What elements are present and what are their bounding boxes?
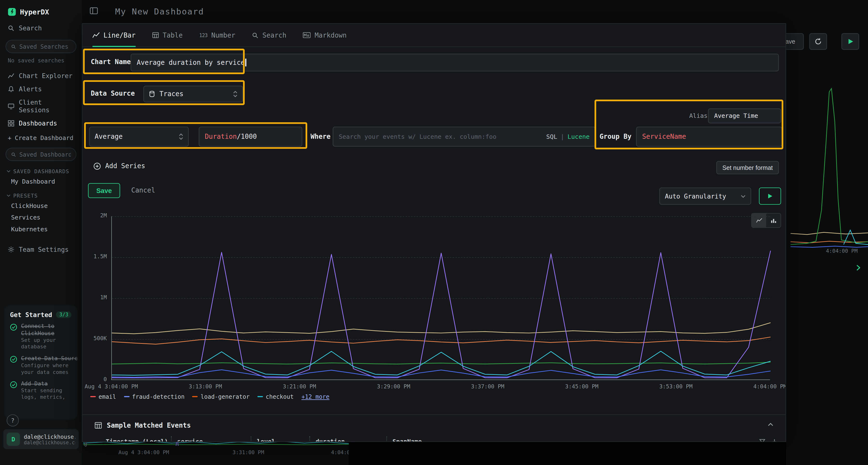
live-play-button[interactable] bbox=[841, 33, 859, 50]
refresh-button[interactable] bbox=[809, 33, 827, 50]
tab-line-bar[interactable]: Line/Bar bbox=[92, 24, 135, 46]
cancel-button[interactable]: Cancel bbox=[131, 187, 155, 194]
section-presets[interactable]: PRESETS bbox=[0, 188, 82, 200]
background-chart-sliver bbox=[83, 442, 360, 446]
hyperdx-app: HyperDX Search Saved Searches No saved s… bbox=[0, 0, 868, 465]
sidebar-item-label: Client Sessions bbox=[19, 99, 74, 114]
background-chart-fragment bbox=[790, 83, 868, 249]
data-source-select[interactable]: Traces bbox=[144, 86, 243, 102]
preset-item-clickhouse[interactable]: ClickHouse bbox=[0, 200, 82, 212]
column-header-service[interactable]: service bbox=[172, 438, 251, 442]
section-saved-dashboards[interactable]: SAVED DASHBOARDS bbox=[0, 163, 82, 176]
y-axis-tick: 2M bbox=[83, 212, 107, 219]
legend-label: email bbox=[99, 393, 116, 400]
sidebar-item-dashboards[interactable]: Dashboards bbox=[0, 117, 82, 130]
chart-series-svg bbox=[112, 217, 771, 380]
get-started-step-data-source[interactable]: Create Data Source Configure where your … bbox=[10, 355, 72, 375]
granularity-select[interactable]: Auto Granularity bbox=[659, 188, 751, 204]
lucene-toggle[interactable]: Lucene bbox=[567, 133, 590, 140]
field-expression-input[interactable]: Duration /1000 bbox=[199, 127, 302, 147]
aggregation-select[interactable]: Average bbox=[89, 127, 189, 147]
sidebar-item-alerts[interactable]: Alerts bbox=[0, 82, 82, 96]
chart-plot-area bbox=[111, 217, 770, 380]
group-by-input[interactable]: ServiceName bbox=[636, 127, 782, 147]
sidebar-item-label: Search bbox=[19, 24, 42, 32]
check-circle-icon bbox=[10, 381, 17, 401]
add-series-label: Add Series bbox=[105, 162, 145, 170]
column-header-level[interactable]: level bbox=[251, 438, 309, 442]
get-started-step-add-data[interactable]: Add Data Start sending logs, metrics, or… bbox=[10, 380, 72, 400]
collapse-chevron-up-icon[interactable] bbox=[768, 423, 773, 427]
alias-input[interactable]: Average Time bbox=[708, 108, 781, 123]
tab-markdown[interactable]: Markdown bbox=[303, 24, 347, 46]
saved-searches-placeholder: Saved Searches bbox=[19, 43, 68, 50]
background-axis-label: Aug 4 3:04:00 PM bbox=[118, 449, 169, 455]
page-title: My New Dashboard bbox=[115, 7, 204, 16]
sql-toggle[interactable]: SQL bbox=[546, 133, 557, 140]
text-cursor bbox=[245, 59, 246, 66]
legend-item-load-generator[interactable]: load-generator bbox=[192, 393, 250, 400]
set-number-format-button[interactable]: Set number format bbox=[716, 161, 779, 174]
chart-explorer-icon bbox=[8, 72, 14, 79]
step-title: Connect to ClickHouse bbox=[21, 323, 72, 337]
saved-searches-input[interactable]: Saved Searches bbox=[5, 40, 76, 53]
avatar: D bbox=[7, 432, 20, 446]
run-query-button[interactable] bbox=[759, 188, 781, 204]
no-saved-searches-text: No saved searches bbox=[0, 56, 82, 69]
section-label: PRESETS bbox=[13, 193, 38, 199]
number-123-icon: 123 bbox=[199, 32, 207, 38]
legend-item-fraud-detection[interactable]: fraud-detection bbox=[124, 393, 184, 400]
chart-legend: emailfraud-detectionload-generatorchecko… bbox=[90, 393, 329, 400]
tab-table[interactable]: Table bbox=[152, 24, 183, 46]
legend-item-email[interactable]: email bbox=[90, 393, 116, 400]
column-header-duration[interactable]: duration bbox=[310, 438, 386, 442]
x-axis-tick: 3:45:00 PM bbox=[565, 383, 598, 389]
add-series-button[interactable]: Add Series bbox=[94, 162, 145, 170]
y-axis: 0500K1M1.5M2M bbox=[83, 217, 108, 380]
x-axis-tick: 3:21:00 PM bbox=[283, 383, 316, 389]
chart-editor-dialog: Line/Bar Table 123 Number Search Markdow… bbox=[82, 23, 786, 442]
where-search-input[interactable]: Search your events w/ Lucene ex. column:… bbox=[333, 127, 596, 147]
sample-matched-events-header[interactable]: Sample Matched Events bbox=[83, 414, 785, 435]
legend-item-checkout[interactable]: checkout bbox=[257, 393, 294, 400]
tab-number[interactable]: 123 Number bbox=[199, 24, 235, 46]
refresh-icon bbox=[814, 38, 822, 45]
tab-search[interactable]: Search bbox=[252, 24, 286, 46]
legend-more-link[interactable]: +12 more bbox=[301, 393, 329, 400]
preset-item-kubernetes[interactable]: Kubernetes bbox=[0, 224, 82, 235]
saved-dashboard-item[interactable]: My Dashboard bbox=[0, 176, 82, 188]
user-menu[interactable]: D dale@clickhouse.c dale@clickhouse.com'… bbox=[3, 429, 79, 449]
where-placeholder: Search your events w/ Lucene ex. column:… bbox=[339, 133, 496, 140]
sidebar-collapse-icon[interactable] bbox=[90, 7, 98, 14]
get-started-card: Get Started 3/3 Connect to ClickHouse Se… bbox=[4, 305, 78, 419]
user-email: dale@clickhouse.c bbox=[24, 433, 75, 439]
table-icon bbox=[152, 32, 159, 38]
brand[interactable]: HyperDX bbox=[0, 0, 82, 22]
series-line-email bbox=[112, 337, 771, 344]
column-header-timestamp[interactable]: Timestamp (Local) bbox=[90, 438, 171, 442]
background-series-line bbox=[790, 246, 868, 247]
step-desc: Start sending logs, metrics, or traces bbox=[21, 387, 72, 400]
scroll-right-icon[interactable] bbox=[856, 264, 861, 271]
download-icon[interactable] bbox=[771, 438, 778, 442]
chart-name-input[interactable]: Average duration by service bbox=[131, 54, 779, 71]
chart-name-value: Average duration by service bbox=[137, 59, 245, 66]
create-dashboard-button[interactable]: + Create Dashboard bbox=[0, 130, 82, 143]
sidebar-item-client-sessions[interactable]: Client Sessions bbox=[0, 96, 82, 117]
filter-icon[interactable] bbox=[759, 438, 766, 442]
tab-label: Number bbox=[211, 31, 235, 39]
sidebar-item-chart-explorer[interactable]: Chart Explorer bbox=[0, 69, 82, 82]
background-series-line bbox=[83, 444, 360, 445]
sidebar-item-search[interactable]: Search bbox=[0, 22, 82, 35]
column-header-spanname[interactable]: SpanName bbox=[387, 438, 475, 442]
sidebar-item-team-settings[interactable]: Team Settings bbox=[0, 243, 82, 256]
get-started-step-connect[interactable]: Connect to ClickHouse Set up your databa… bbox=[10, 323, 72, 350]
alias-label: Alias bbox=[689, 112, 707, 120]
plus-icon: + bbox=[8, 134, 11, 142]
save-button[interactable]: Save bbox=[88, 183, 120, 198]
x-axis-tick: 3:37:00 PM bbox=[471, 383, 504, 389]
saved-dashboards-input[interactable]: Saved Dashboards bbox=[5, 148, 76, 161]
help-button[interactable]: ? bbox=[7, 414, 19, 427]
chevron-down-icon bbox=[741, 194, 746, 198]
preset-item-services[interactable]: Services bbox=[0, 212, 82, 223]
